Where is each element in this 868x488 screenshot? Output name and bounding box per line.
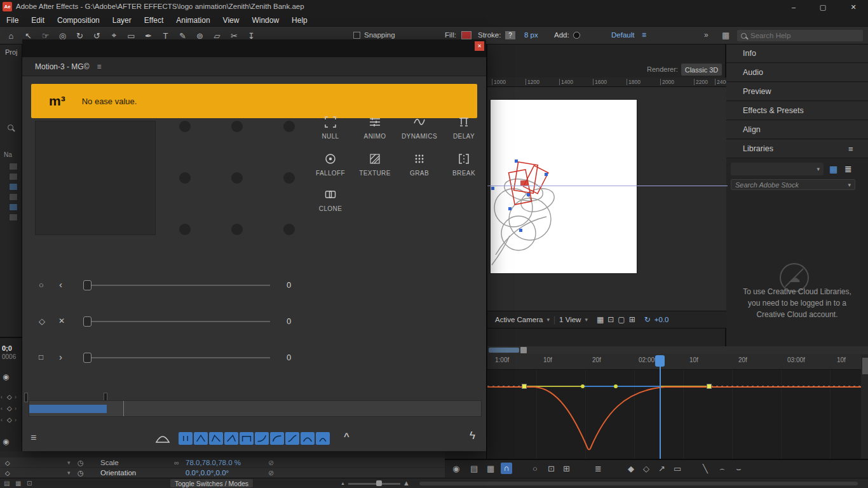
horizontal-scrollbar[interactable]: [419, 482, 858, 485]
reset-exposure-icon[interactable]: ↻: [644, 315, 651, 324]
close-button[interactable]: ✕: [844, 0, 863, 14]
next-keyframe-icon[interactable]: ›: [15, 394, 17, 400]
constrain-link-icon[interactable]: ∞: [174, 458, 179, 468]
null-button[interactable]: NULL: [312, 116, 349, 140]
panel-audio[interactable]: Audio: [726, 64, 868, 82]
timecode-display-frames[interactable]: 0006: [2, 353, 16, 360]
menu-view[interactable]: View: [217, 14, 246, 27]
maximize-button[interactable]: ▢: [813, 0, 832, 14]
menu-effect[interactable]: Effect: [138, 14, 170, 27]
timecode-display[interactable]: 0;0: [2, 344, 12, 352]
timeline-zoom-track[interactable]: [348, 483, 400, 485]
prev-keyframe-icon[interactable]: ‹: [1, 417, 3, 423]
menu-window[interactable]: Window: [245, 14, 285, 27]
mask-visibility-icon[interactable]: ⊡: [607, 316, 614, 323]
libraries-menu-icon[interactable]: ≡: [848, 144, 853, 154]
ease-preset-8-icon[interactable]: [285, 432, 299, 445]
delay-button[interactable]: DELAY: [445, 116, 482, 140]
graph-set-icon[interactable]: ⊘: [268, 468, 274, 478]
audio-eye-icon[interactable]: ◉: [3, 437, 9, 446]
ease-preset-10-icon[interactable]: [316, 432, 330, 445]
transform-box-icon[interactable]: ▤: [470, 464, 478, 473]
menu-help[interactable]: Help: [285, 14, 314, 27]
video-eye-icon[interactable]: ◉: [3, 372, 9, 381]
timeline-scrollbar-handle[interactable]: [489, 348, 519, 353]
composition-canvas[interactable]: [491, 100, 637, 273]
grab-button[interactable]: GRAB: [401, 152, 438, 177]
add-menu-icon[interactable]: [573, 32, 580, 39]
slider-track[interactable]: [83, 357, 270, 358]
motion-panel-menu-icon[interactable]: ≡: [97, 62, 102, 71]
stopwatch-icon[interactable]: ◷: [78, 458, 84, 468]
keyframe-nav-icon[interactable]: ◇: [5, 458, 10, 468]
texture-button[interactable]: TEXTURE: [356, 152, 393, 177]
shy-layers-icon[interactable]: ▤: [4, 480, 10, 487]
snapping-checkbox[interactable]: [353, 32, 360, 39]
motion-window-titlebar[interactable]: ✕: [22, 39, 486, 57]
panel-preview[interactable]: Preview: [726, 83, 868, 101]
timeline-zoom-handle[interactable]: [520, 347, 527, 353]
ease-preset-9-icon[interactable]: [301, 432, 315, 445]
ease-preset-2-icon[interactable]: [194, 432, 208, 445]
menu-composition[interactable]: Composition: [51, 14, 106, 27]
motion-timeline-progress[interactable]: [29, 405, 107, 413]
keyframe-nav-icon[interactable]: ◇: [5, 468, 10, 478]
linear-keyframe-icon[interactable]: ◇: [643, 464, 649, 473]
clone-button[interactable]: CLONE: [312, 188, 349, 212]
keyframe-nav-icon[interactable]: ◇: [7, 405, 12, 412]
camera-select[interactable]: Active Camera: [495, 316, 543, 323]
collapse-chevron-icon[interactable]: ^: [344, 431, 349, 442]
property-name[interactable]: Orientation: [100, 468, 136, 478]
libraries-grid-view-icon[interactable]: ▦: [829, 164, 837, 174]
next-keyframe-icon[interactable]: ›: [15, 405, 17, 412]
overflow-icon[interactable]: »: [704, 30, 709, 39]
falloff-button[interactable]: FALLOFF: [312, 152, 349, 177]
grid-guides-icon[interactable]: ▦: [597, 316, 604, 323]
help-search-input[interactable]: [750, 32, 852, 39]
workspace-menu-icon[interactable]: ≡: [642, 30, 646, 39]
vertical-scrollbar-handle[interactable]: [862, 358, 868, 374]
keyframe-nav-icon[interactable]: ◇: [7, 416, 12, 423]
project-item-thumb[interactable]: [9, 214, 18, 221]
slider-handle[interactable]: [83, 353, 92, 363]
circle-mode-icon[interactable]: ○: [39, 281, 44, 289]
fit-all-graphs-icon[interactable]: ⊞: [563, 464, 570, 473]
ease-preset-7-icon[interactable]: [270, 432, 284, 445]
twirl-icon[interactable]: ▾: [67, 458, 71, 468]
panel-align[interactable]: Align: [726, 121, 868, 139]
square-mode-icon[interactable]: □: [39, 353, 43, 361]
workspace-switcher-icon[interactable]: ▦: [722, 30, 729, 40]
ease-preset-5-icon[interactable]: [240, 432, 254, 445]
panel-info[interactable]: Info: [726, 44, 868, 63]
help-search-box[interactable]: [737, 30, 863, 41]
slider-handle[interactable]: [83, 316, 92, 327]
prev-keyframe-icon[interactable]: ‹: [1, 394, 3, 400]
zoom-out-mountain-icon[interactable]: ▲: [341, 481, 345, 485]
twirl-icon[interactable]: ▾: [67, 468, 71, 478]
panel-libraries[interactable]: Libraries ≡: [726, 140, 868, 158]
graph-editor[interactable]: [487, 370, 868, 459]
motion-close-button[interactable]: ✕: [475, 41, 484, 51]
minimize-button[interactable]: –: [784, 0, 803, 14]
timeline-scrollbar[interactable]: [487, 346, 868, 354]
property-value[interactable]: 78.0,78.0,78.0 %: [186, 458, 241, 468]
next-keyframe-icon[interactable]: ›: [15, 417, 17, 423]
quick-actions-lightning-icon[interactable]: ϟ: [470, 430, 475, 442]
ease-in-icon[interactable]: ⌢: [719, 464, 725, 474]
camera-select-chevron-icon[interactable]: ▾: [546, 316, 550, 323]
diamond-mode-icon[interactable]: ◇: [39, 317, 45, 325]
home-icon[interactable]: ⌂: [3, 27, 20, 44]
keyframe-nav-icon[interactable]: ◇: [7, 393, 12, 400]
composition-pasteboard[interactable]: [487, 87, 728, 311]
fit-selection-icon[interactable]: ⊡: [548, 464, 555, 473]
easy-ease-icon[interactable]: ╲: [703, 464, 708, 473]
motion-options-menu-icon[interactable]: ≡: [31, 432, 36, 444]
slider-track[interactable]: [83, 321, 270, 322]
motion-preview-box[interactable]: [35, 121, 156, 235]
bezier-keyframe-icon[interactable]: ↗: [658, 464, 665, 473]
project-item-thumb[interactable]: [9, 193, 18, 201]
stroke-width-value[interactable]: 8 px: [524, 31, 538, 39]
auto-zoom-graph-icon[interactable]: ○: [532, 464, 538, 473]
transparency-grid-icon[interactable]: ⊞: [629, 316, 635, 323]
motion-blur-icon[interactable]: ⊡: [27, 480, 32, 487]
